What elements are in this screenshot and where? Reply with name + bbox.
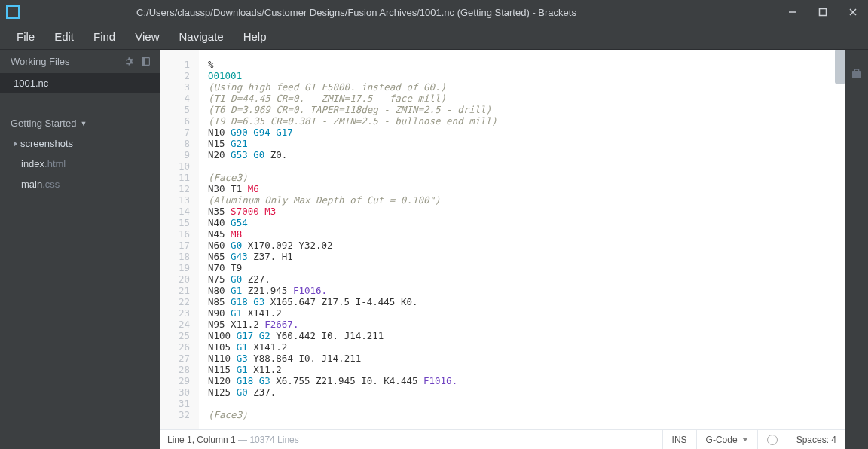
editor-body[interactable]: 1234567891011121314151617181920212223242… <box>160 50 845 429</box>
close-button[interactable] <box>838 0 868 24</box>
editor-area: 1234567891011121314151617181920212223242… <box>160 50 845 449</box>
circle-icon <box>767 435 778 445</box>
file-item-index[interactable]: index.html <box>0 154 160 174</box>
folder-name: screenshots <box>20 138 73 149</box>
right-utility-strip <box>845 50 868 449</box>
gear-icon[interactable] <box>124 57 133 66</box>
minimize-button[interactable] <box>778 0 808 24</box>
working-file-item[interactable]: 1001.nc <box>0 73 160 93</box>
triangle-right-icon <box>14 141 17 147</box>
window-buttons <box>778 0 868 24</box>
status-spaces[interactable]: Spaces: 4 <box>787 430 845 449</box>
svg-rect-5 <box>142 58 145 66</box>
vertical-scrollbar[interactable] <box>835 50 845 84</box>
split-view-icon[interactable] <box>141 57 151 66</box>
maximize-button[interactable] <box>808 0 838 24</box>
status-bar: Line 1, Column 1 — 10374 Lines INS G-Cod… <box>160 429 845 449</box>
title-bar: C:/Users/claussp/Downloads/Customer Desi… <box>0 0 868 24</box>
menu-navigate[interactable]: Navigate <box>170 27 232 46</box>
menu-help[interactable]: Help <box>234 27 276 46</box>
extension-manager-icon[interactable] <box>851 68 863 83</box>
status-linting[interactable] <box>757 430 787 449</box>
menu-file[interactable]: File <box>8 27 44 46</box>
folder-item[interactable]: screenshots <box>0 133 160 154</box>
chevron-down-icon <box>742 438 748 441</box>
svg-rect-1 <box>820 9 827 16</box>
code-content[interactable]: %O01001(Using high feed G1 F5000. instea… <box>199 50 845 429</box>
chevron-down-icon: ▼ <box>80 120 87 127</box>
status-language[interactable]: G-Code <box>696 430 757 449</box>
window-title: C:/Users/claussp/Downloads/Customer Desi… <box>26 7 778 18</box>
main-area: Working Files 1001.nc Getting Started ▼ … <box>0 50 868 449</box>
menu-find[interactable]: Find <box>84 27 124 46</box>
working-files-header: Working Files <box>0 50 160 73</box>
working-files-label: Working Files <box>11 56 70 67</box>
project-label: Getting Started <box>11 118 76 129</box>
project-dropdown[interactable]: Getting Started ▼ <box>0 113 160 133</box>
menu-edit[interactable]: Edit <box>45 27 83 46</box>
menu-view[interactable]: View <box>126 27 168 46</box>
line-number-gutter: 1234567891011121314151617181920212223242… <box>160 50 199 429</box>
menu-bar: File Edit Find View Navigate Help <box>0 24 868 50</box>
sidebar: Working Files 1001.nc Getting Started ▼ … <box>0 50 160 449</box>
status-cursor[interactable]: Line 1, Column 1 — 10374 Lines <box>160 435 662 445</box>
app-icon <box>6 5 20 19</box>
status-insert-mode[interactable]: INS <box>662 430 696 449</box>
file-item-main[interactable]: main.css <box>0 174 160 194</box>
